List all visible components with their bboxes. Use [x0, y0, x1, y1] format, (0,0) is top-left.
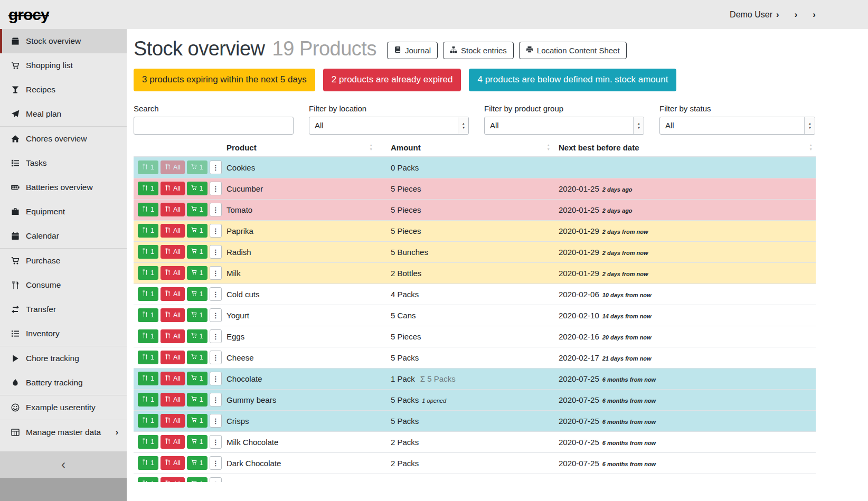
expired-products-banner[interactable]: 2 products are already expired: [323, 69, 461, 91]
open-one-button[interactable]: 1: [187, 456, 207, 470]
consume-one-button[interactable]: 1: [138, 308, 158, 322]
open-one-button[interactable]: 1: [187, 393, 207, 407]
amount-column-header[interactable]: Amount ▲▼: [391, 143, 559, 152]
open-one-button[interactable]: 1: [187, 477, 207, 482]
open-one-button[interactable]: 1: [187, 287, 207, 301]
consume-one-button[interactable]: 1: [138, 414, 158, 428]
consume-one-button[interactable]: 1: [138, 329, 158, 343]
row-menu-button[interactable]: ⋮: [210, 160, 222, 174]
sidebar-item-battery-tracking[interactable]: Battery tracking: [0, 371, 127, 395]
consume-all-button[interactable]: All: [161, 329, 185, 343]
row-menu-button[interactable]: ⋮: [210, 182, 222, 195]
row-menu-button[interactable]: ⋮: [210, 287, 222, 301]
row-menu-button[interactable]: ⋮: [210, 245, 222, 259]
sidebar-collapse-button[interactable]: ‹: [0, 451, 127, 478]
consume-all-button[interactable]: All: [161, 203, 185, 216]
consume-all-button[interactable]: All: [161, 414, 185, 428]
location-filter-select[interactable]: All ▴▾: [309, 117, 469, 135]
consume-all-button[interactable]: All: [161, 182, 185, 195]
row-menu-button[interactable]: ⋮: [210, 372, 222, 385]
consume-all-button[interactable]: All: [161, 393, 185, 407]
row-menu-button[interactable]: ⋮: [210, 266, 222, 280]
expiring-products-banner[interactable]: 3 products expiring within the next 5 da…: [134, 69, 315, 91]
consume-all-button[interactable]: All: [161, 456, 185, 470]
sidebar-item-chores-overview[interactable]: Chores overview: [0, 127, 127, 151]
sidebar-item-chore-tracking[interactable]: Chore tracking: [0, 346, 127, 371]
sidebar-item-batteries-overview[interactable]: Batteries overview: [0, 175, 127, 200]
product-column-header[interactable]: Product ▲▼: [227, 143, 391, 152]
open-one-button[interactable]: 1: [187, 224, 207, 238]
consume-all-button[interactable]: All: [161, 224, 185, 238]
consume-one-button[interactable]: 1: [138, 372, 158, 385]
journal-button[interactable]: Journal: [387, 42, 438, 59]
sidebar-item-transfer[interactable]: Transfer: [0, 297, 127, 322]
open-one-button[interactable]: 1: [187, 308, 207, 322]
consume-all-button[interactable]: All: [161, 266, 185, 280]
open-one-button[interactable]: 1: [187, 160, 207, 174]
sidebar-item-equipment[interactable]: Equipment: [0, 200, 127, 224]
row-menu-button[interactable]: ⋮: [210, 477, 222, 482]
row-menu-button[interactable]: ⋮: [210, 456, 222, 470]
stock-entries-button[interactable]: Stock entries: [443, 42, 514, 59]
user-menu[interactable]: Demo User ›: [726, 10, 779, 20]
product-group-filter-select[interactable]: All ▴▾: [484, 117, 644, 135]
open-one-button[interactable]: 1: [187, 414, 207, 428]
consume-one-button[interactable]: 1: [138, 456, 158, 470]
consume-all-button[interactable]: All: [161, 245, 185, 259]
consume-all-button[interactable]: All: [161, 435, 185, 449]
row-menu-button[interactable]: ⋮: [210, 224, 222, 238]
consume-one-button[interactable]: 1: [138, 160, 158, 174]
quick-settings-menu[interactable]: ›: [791, 10, 798, 19]
status-filter-select[interactable]: All ▴▾: [659, 117, 815, 135]
open-one-button[interactable]: 1: [187, 245, 207, 259]
consume-one-button[interactable]: 1: [138, 266, 158, 280]
row-menu-button[interactable]: ⋮: [210, 308, 222, 322]
consume-all-button[interactable]: All: [161, 477, 185, 482]
consume-one-button[interactable]: 1: [138, 287, 158, 301]
consume-one-button[interactable]: 1: [138, 224, 158, 238]
row-menu-button[interactable]: ⋮: [210, 435, 222, 449]
product-amount: 5 Pieces: [391, 184, 559, 193]
row-menu-button[interactable]: ⋮: [210, 414, 222, 428]
sidebar-item-calendar[interactable]: Calendar: [0, 224, 127, 248]
row-menu-button[interactable]: ⋮: [210, 329, 222, 343]
consume-one-button[interactable]: 1: [138, 245, 158, 259]
sidebar-item-stock-overview[interactable]: Stock overview: [0, 29, 127, 53]
row-menu-button[interactable]: ⋮: [210, 203, 222, 216]
open-one-button[interactable]: 1: [187, 435, 207, 449]
open-one-button[interactable]: 1: [187, 182, 207, 195]
row-menu-button[interactable]: ⋮: [210, 351, 222, 364]
search-input[interactable]: [134, 117, 294, 135]
sidebar-item-recipes[interactable]: Recipes: [0, 78, 127, 102]
below-min-stock-banner[interactable]: 4 products are below defined min. stock …: [469, 69, 676, 91]
sidebar-item-tasks[interactable]: Tasks: [0, 151, 127, 175]
sidebar-item-example-userentity[interactable]: Example userentity: [0, 395, 127, 420]
sidebar-item-meal-plan[interactable]: Meal plan: [0, 102, 127, 126]
consume-one-button[interactable]: 1: [138, 182, 158, 195]
consume-all-button[interactable]: All: [161, 372, 185, 385]
open-one-button[interactable]: 1: [187, 266, 207, 280]
best-before-column-header[interactable]: Next best before date ▲▼: [559, 143, 816, 152]
consume-all-button[interactable]: All: [161, 308, 185, 322]
consume-one-button[interactable]: 1: [138, 477, 158, 482]
sidebar-item-manage-master-data[interactable]: Manage master data›: [0, 420, 127, 445]
open-one-button[interactable]: 1: [187, 351, 207, 364]
consume-all-button[interactable]: All: [161, 351, 185, 364]
sidebar-item-inventory[interactable]: Inventory: [0, 322, 127, 346]
open-one-button[interactable]: 1: [187, 203, 207, 216]
sidebar-item-consume[interactable]: Consume: [0, 273, 127, 297]
consume-all-button[interactable]: All: [161, 287, 185, 301]
consume-all-button[interactable]: All: [161, 160, 185, 174]
consume-one-button[interactable]: 1: [138, 393, 158, 407]
consume-one-button[interactable]: 1: [138, 435, 158, 449]
open-one-button[interactable]: 1: [187, 372, 207, 385]
consume-one-button[interactable]: 1: [138, 351, 158, 364]
app-logo[interactable]: grocy: [8, 6, 49, 24]
open-one-button[interactable]: 1: [187, 329, 207, 343]
consume-one-button[interactable]: 1: [138, 203, 158, 216]
location-content-sheet-button[interactable]: Location Content Sheet: [519, 42, 627, 59]
sidebar-item-purchase[interactable]: Purchase: [0, 249, 127, 273]
sidebar-item-shopping-list[interactable]: Shopping list: [0, 53, 127, 78]
admin-tools-menu[interactable]: ›: [809, 10, 816, 19]
row-menu-button[interactable]: ⋮: [210, 393, 222, 407]
